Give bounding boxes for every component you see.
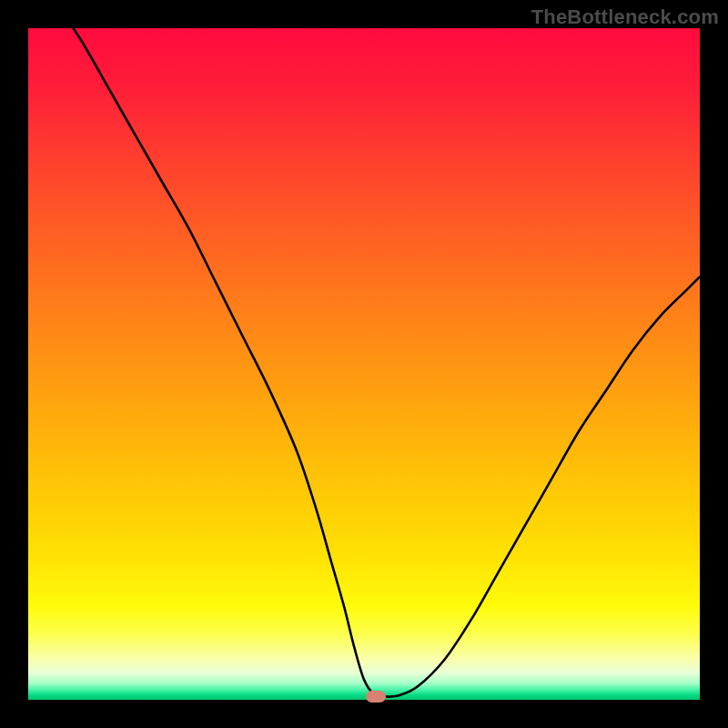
chart-frame: TheBottleneck.com (0, 0, 728, 728)
plot-area (28, 28, 700, 700)
bottleneck-curve (28, 28, 700, 700)
min-marker (366, 691, 386, 703)
watermark-text: TheBottleneck.com (531, 5, 719, 29)
